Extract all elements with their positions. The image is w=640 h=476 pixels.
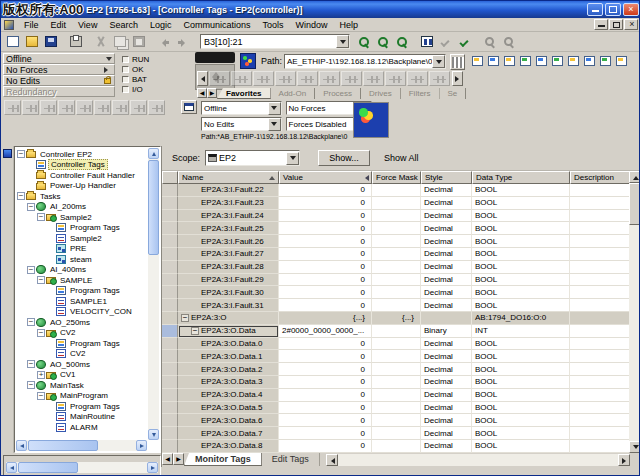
cell-style[interactable]: Decimal [421, 414, 472, 427]
scroll-down-icon[interactable] [629, 441, 640, 453]
instruction-tab-favorites[interactable]: Favorites [217, 88, 271, 99]
otl-coil-button[interactable] [363, 71, 384, 86]
cell-value[interactable]: 0 [279, 248, 372, 261]
organizer-pin-icon[interactable] [3, 149, 12, 158]
cell-value[interactable]: 0 [279, 261, 372, 274]
cell-name[interactable]: EP2A:3:I.Fault.24 [178, 210, 279, 223]
tree-expander-icon[interactable]: − [37, 276, 45, 284]
cell-value[interactable]: 2#0000_0000_0000_... [279, 325, 372, 338]
chevron-down-icon[interactable] [268, 118, 281, 131]
tree-expander-icon[interactable]: − [37, 392, 45, 400]
tree-expander-icon[interactable]: − [37, 213, 45, 221]
tree-item-sample2[interactable]: − Sample2 [16, 212, 148, 223]
mode-combo[interactable]: Offline [201, 101, 282, 115]
force-on-button[interactable] [373, 33, 392, 50]
table-row[interactable]: EP2A:3:O.Data.7 0 Decimal BOOL [162, 427, 630, 440]
watch-list-button[interactable] [581, 53, 597, 69]
cell-style[interactable]: Binary [421, 325, 472, 338]
save-button[interactable] [41, 33, 60, 50]
cell-style[interactable]: Decimal [421, 235, 472, 248]
tree-item-power-up-handler[interactable]: Power-Up Handler [16, 181, 148, 192]
tree-item-program-tags[interactable]: Program Tags [16, 286, 148, 297]
export-tags-button[interactable] [517, 53, 533, 69]
status-offline[interactable]: Offline [3, 53, 115, 64]
scrollbar-thumb[interactable] [28, 440, 98, 451]
toggle-bit-button[interactable] [417, 33, 436, 50]
row-header-cell[interactable] [162, 414, 178, 427]
verify-routine-button[interactable] [436, 33, 455, 50]
row-expander-icon[interactable]: − [181, 314, 189, 322]
cell-value[interactable]: 0 [279, 376, 372, 389]
maximize-button[interactable] [605, 3, 621, 16]
cell-style[interactable]: Decimal [421, 402, 472, 415]
column-header-value[interactable]: Value [279, 171, 372, 184]
status-no-edits[interactable]: No Edits [3, 75, 115, 86]
menu-file[interactable]: File [18, 19, 45, 31]
rung-edit-button[interactable] [4, 100, 21, 115]
table-row[interactable]: EP2A:3:I.Fault.24 0 Decimal BOOL [162, 210, 630, 223]
cell-value[interactable]: 0 [279, 414, 372, 427]
menu-communications[interactable]: Communications [177, 19, 256, 31]
quick-find-value[interactable]: B3[10]:21 [201, 37, 336, 47]
cell-force-mask[interactable] [372, 248, 421, 261]
cell-force-mask[interactable] [372, 261, 421, 274]
cell-name[interactable]: EP2A:3:I.Fault.22 [178, 184, 279, 197]
tree-expander-icon[interactable]: − [27, 266, 35, 274]
cell-data-type[interactable]: BOOL [472, 274, 570, 287]
tree-item-ao-250ms[interactable]: − AO_250ms [16, 317, 148, 328]
tree-item-pre[interactable]: PRE [16, 244, 148, 255]
window-layout-button[interactable] [181, 100, 197, 114]
cell-style[interactable]: Decimal [421, 222, 472, 235]
row-header-cell[interactable] [162, 299, 178, 312]
cell-data-type[interactable]: BOOL [472, 440, 570, 453]
tree-expander-icon[interactable]: − [27, 318, 35, 326]
cell-description[interactable] [570, 184, 630, 197]
row-header-cell[interactable] [162, 235, 178, 248]
ote-coil-button[interactable] [319, 71, 340, 86]
redo-button[interactable] [173, 33, 192, 50]
cell-value[interactable]: 0 [279, 286, 372, 299]
cell-force-mask[interactable] [372, 184, 421, 197]
scroll-up-icon[interactable] [148, 148, 159, 159]
tree-item-mainprogram[interactable]: − MainProgram [16, 391, 148, 402]
menu-logic[interactable]: Logic [144, 19, 178, 31]
cell-description[interactable] [570, 210, 630, 223]
tree-expander-icon[interactable]: − [27, 381, 35, 389]
start-edits-button[interactable] [94, 100, 111, 115]
untest-edits-button[interactable] [148, 100, 165, 115]
xic-contact-button[interactable] [275, 71, 296, 86]
instruction-tab-drives[interactable]: Drives [361, 88, 401, 99]
cell-force-mask[interactable] [372, 325, 421, 338]
watch-horizontal-scrollbar[interactable] [6, 462, 158, 473]
cell-description[interactable] [570, 402, 630, 415]
cell-data-type[interactable]: BOOL [472, 363, 570, 376]
tree-vertical-scrollbar[interactable] [148, 148, 159, 440]
table-row[interactable]: EP2A:3:I.Fault.22 0 Decimal BOOL [162, 184, 630, 197]
mdi-restore-button[interactable] [609, 19, 623, 30]
cell-force-mask[interactable] [372, 222, 421, 235]
chevron-down-icon[interactable] [432, 55, 445, 68]
cell-force-mask[interactable] [372, 376, 421, 389]
table-vertical-scrollbar[interactable] [629, 171, 640, 453]
cell-description[interactable] [570, 299, 630, 312]
table-row[interactable]: EP2A:3:O.Data.6 0 Decimal BOOL [162, 414, 630, 427]
insert-rung-button[interactable] [22, 100, 39, 115]
tree-item-maintask[interactable]: − MainTask [16, 380, 148, 391]
open-folder-button[interactable] [22, 33, 41, 50]
row-header-cell[interactable] [162, 440, 178, 453]
cell-value[interactable]: 0 [279, 350, 372, 363]
tree-expander-icon[interactable]: − [27, 203, 35, 211]
scroll-left-icon[interactable] [197, 71, 208, 86]
cell-force-mask[interactable]: {...} [372, 312, 421, 325]
tab-scroll-right-icon[interactable]: ▶ [207, 88, 217, 98]
cell-name[interactable]: EP2A:3:O.Data.0 [178, 338, 279, 351]
tree-expander-icon[interactable]: + [37, 371, 45, 379]
cell-description[interactable] [570, 222, 630, 235]
cell-data-type[interactable]: BOOL [472, 350, 570, 363]
print-button[interactable] [66, 33, 85, 50]
cell-value[interactable]: 0 [279, 363, 372, 376]
cell-data-type[interactable]: BOOL [472, 210, 570, 223]
cell-data-type[interactable]: BOOL [472, 402, 570, 415]
who-active-button[interactable] [450, 54, 465, 70]
row-expander-icon[interactable]: − [191, 327, 199, 335]
